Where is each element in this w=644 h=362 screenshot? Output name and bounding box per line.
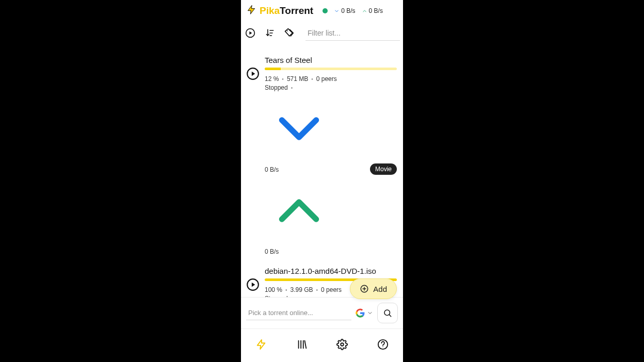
library-icon bbox=[296, 339, 308, 350]
search-icon bbox=[383, 308, 392, 318]
svg-line-15 bbox=[389, 315, 391, 317]
tags-button[interactable] bbox=[283, 23, 295, 43]
gear-icon bbox=[336, 339, 348, 350]
chevron-up-icon bbox=[265, 176, 333, 245]
nav-library[interactable] bbox=[292, 334, 312, 355]
sort-button[interactable] bbox=[264, 23, 276, 43]
connection-status-dot bbox=[323, 8, 328, 13]
torrent-title: debian-12.1.0-amd64-DVD-1.iso bbox=[265, 267, 397, 275]
torrent-play-button[interactable] bbox=[246, 278, 260, 291]
torrent-peers: 0 peers bbox=[316, 74, 337, 84]
sort-icon bbox=[265, 28, 275, 38]
torrent-down-speed: 0 B/s bbox=[265, 166, 279, 173]
svg-marker-6 bbox=[252, 283, 255, 287]
svg-marker-1 bbox=[249, 31, 252, 35]
torrent-list[interactable]: Tears of Steel 12 % • 571 MB • 0 peers S… bbox=[241, 46, 403, 297]
nav-help[interactable] bbox=[373, 334, 393, 355]
torrent-tag[interactable]: Movie bbox=[370, 163, 397, 175]
svg-marker-4 bbox=[252, 72, 255, 76]
add-button[interactable]: Add bbox=[350, 278, 397, 299]
toolbar bbox=[241, 21, 403, 46]
filter-input[interactable] bbox=[305, 26, 400, 41]
progress-bar bbox=[265, 68, 397, 70]
play-circle-icon bbox=[245, 28, 255, 38]
add-button-label: Add bbox=[373, 285, 387, 293]
help-circle-icon bbox=[377, 339, 389, 350]
torrent-percent: 12 % bbox=[265, 74, 279, 84]
svg-point-22 bbox=[382, 347, 383, 347]
online-picker-input[interactable] bbox=[246, 306, 351, 320]
torrent-meta-line2: Stopped • 0 B/s 0 B/s Movie bbox=[265, 84, 397, 255]
svg-line-19 bbox=[304, 341, 306, 349]
app-title: PikaTorrent bbox=[260, 5, 313, 17]
global-download-speed: 0 B/s bbox=[334, 7, 355, 14]
brand-pika: Pika bbox=[260, 5, 280, 16]
torrent-size: 571 MB bbox=[287, 74, 308, 84]
app-window: PikaTorrent 0 B/s 0 B/s Tears of Steel bbox=[241, 0, 403, 362]
torrent-peers: 0 peers bbox=[321, 285, 342, 295]
online-picker bbox=[241, 297, 403, 328]
torrent-title: Tears of Steel bbox=[265, 56, 397, 64]
torrent-percent: 100 % bbox=[265, 285, 282, 295]
global-down-value: 0 B/s bbox=[341, 7, 355, 14]
torrent-state: Stopped bbox=[265, 84, 288, 91]
play-all-button[interactable] bbox=[244, 23, 256, 43]
torrent-play-button[interactable] bbox=[246, 67, 260, 80]
plus-circle-icon bbox=[360, 284, 369, 293]
global-upload-speed: 0 B/s bbox=[362, 7, 383, 14]
chevron-down-icon bbox=[367, 310, 373, 316]
app-header: PikaTorrent 0 B/s 0 B/s bbox=[241, 0, 403, 21]
chevron-down-icon bbox=[265, 94, 333, 163]
play-circle-icon bbox=[246, 67, 260, 80]
google-logo-icon bbox=[356, 308, 365, 318]
torrent-meta-line1: 12 % • 571 MB • 0 peers bbox=[265, 74, 397, 84]
chevron-down-icon bbox=[334, 8, 340, 14]
nav-torrents[interactable] bbox=[251, 334, 271, 355]
progress-fill bbox=[265, 68, 281, 70]
svg-point-20 bbox=[341, 343, 344, 346]
chevron-up-icon bbox=[362, 8, 367, 14]
svg-point-2 bbox=[287, 30, 288, 31]
torrent-row[interactable]: Tears of Steel 12 % • 571 MB • 0 peers S… bbox=[241, 52, 403, 262]
global-up-value: 0 B/s bbox=[369, 7, 383, 14]
play-circle-icon bbox=[246, 278, 260, 291]
torrent-up-speed: 0 B/s bbox=[265, 248, 279, 255]
bolt-logo-icon bbox=[246, 3, 256, 19]
nav-settings[interactable] bbox=[332, 334, 352, 355]
search-button[interactable] bbox=[377, 303, 398, 323]
torrent-size: 3.99 GB bbox=[291, 285, 313, 295]
search-engine-selector[interactable] bbox=[356, 308, 373, 318]
torrent-body: Tears of Steel 12 % • 571 MB • 0 peers S… bbox=[265, 56, 397, 255]
bottom-nav bbox=[241, 328, 403, 362]
bolt-icon bbox=[255, 339, 267, 350]
brand-torrent: Torrent bbox=[280, 5, 313, 16]
tags-icon bbox=[284, 28, 294, 38]
